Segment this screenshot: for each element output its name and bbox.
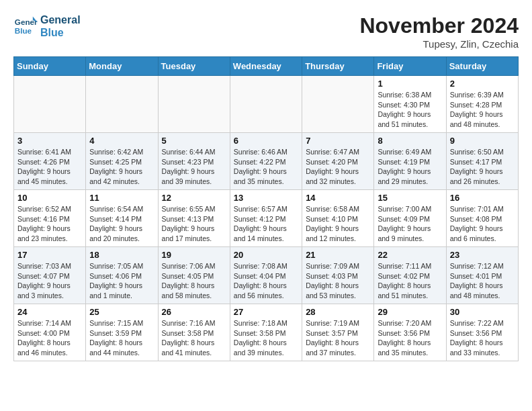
day-info: Sunrise: 6:54 AM Sunset: 4:14 PM Dayligh… [89,204,154,244]
day-number: 2 [450,79,515,89]
day-number: 12 [162,193,226,203]
calendar-cell: 3Sunrise: 6:41 AM Sunset: 4:26 PM Daylig… [14,133,86,190]
day-number: 7 [306,136,370,146]
day-info: Sunrise: 7:08 AM Sunset: 4:04 PM Dayligh… [234,261,298,301]
calendar-cell: 23Sunrise: 7:12 AM Sunset: 4:01 PM Dayli… [446,247,518,304]
day-info: Sunrise: 7:09 AM Sunset: 4:03 PM Dayligh… [306,261,370,301]
day-info: Sunrise: 6:57 AM Sunset: 4:12 PM Dayligh… [234,204,298,244]
header-wednesday: Wednesday [230,57,302,76]
day-info: Sunrise: 6:46 AM Sunset: 4:22 PM Dayligh… [234,147,298,187]
day-number: 1 [378,79,442,89]
day-info: Sunrise: 6:38 AM Sunset: 4:30 PM Dayligh… [378,90,442,130]
day-info: Sunrise: 6:50 AM Sunset: 4:17 PM Dayligh… [450,147,515,187]
day-number: 18 [89,250,154,260]
day-info: Sunrise: 7:20 AM Sunset: 3:56 PM Dayligh… [378,318,442,358]
day-info: Sunrise: 6:39 AM Sunset: 4:28 PM Dayligh… [450,90,515,130]
header-saturday: Saturday [446,57,518,76]
calendar-cell: 15Sunrise: 7:00 AM Sunset: 4:09 PM Dayli… [374,190,446,247]
header-friday: Friday [374,57,446,76]
day-number: 19 [162,250,226,260]
header-sunday: Sunday [14,57,86,76]
calendar-cell: 19Sunrise: 7:06 AM Sunset: 4:05 PM Dayli… [158,247,230,304]
day-number: 4 [89,136,154,146]
day-info: Sunrise: 7:01 AM Sunset: 4:08 PM Dayligh… [450,204,515,244]
day-number: 25 [89,307,154,317]
calendar-cell [14,76,86,133]
day-number: 20 [234,250,298,260]
day-info: Sunrise: 7:19 AM Sunset: 3:57 PM Dayligh… [306,318,370,358]
calendar-week-row: 3Sunrise: 6:41 AM Sunset: 4:26 PM Daylig… [14,133,519,190]
day-info: Sunrise: 7:18 AM Sunset: 3:58 PM Dayligh… [234,318,298,358]
calendar: SundayMondayTuesdayWednesdayThursdayFrid… [13,56,519,361]
logo-icon: General Blue [13,14,38,38]
day-number: 15 [378,193,442,203]
location: Tupesy, Zlin, Czechia [359,38,519,50]
day-number: 28 [306,307,370,317]
day-info: Sunrise: 6:41 AM Sunset: 4:26 PM Dayligh… [17,147,82,187]
day-number: 14 [306,193,370,203]
day-info: Sunrise: 6:42 AM Sunset: 4:25 PM Dayligh… [89,147,154,187]
day-number: 22 [378,250,442,260]
day-info: Sunrise: 6:44 AM Sunset: 4:23 PM Dayligh… [162,147,226,187]
day-number: 27 [234,307,298,317]
day-number: 13 [234,193,298,203]
header: General Blue General Blue November 2024 … [13,13,519,50]
calendar-header-row: SundayMondayTuesdayWednesdayThursdayFrid… [14,57,519,76]
day-info: Sunrise: 7:03 AM Sunset: 4:07 PM Dayligh… [17,261,82,301]
day-info: Sunrise: 7:05 AM Sunset: 4:06 PM Dayligh… [89,261,154,301]
day-info: Sunrise: 6:58 AM Sunset: 4:10 PM Dayligh… [306,204,370,244]
day-number: 23 [450,250,515,260]
day-info: Sunrise: 7:22 AM Sunset: 3:56 PM Dayligh… [450,318,515,358]
day-info: Sunrise: 7:06 AM Sunset: 4:05 PM Dayligh… [162,261,226,301]
day-number: 17 [17,250,82,260]
day-number: 3 [17,136,82,146]
calendar-cell: 9Sunrise: 6:50 AM Sunset: 4:17 PM Daylig… [446,133,518,190]
day-number: 11 [89,193,154,203]
calendar-cell [230,76,302,133]
calendar-cell: 25Sunrise: 7:15 AM Sunset: 3:59 PM Dayli… [86,304,158,361]
calendar-week-row: 1Sunrise: 6:38 AM Sunset: 4:30 PM Daylig… [14,76,519,133]
day-number: 8 [378,136,442,146]
day-number: 16 [450,193,515,203]
calendar-cell: 7Sunrise: 6:47 AM Sunset: 4:20 PM Daylig… [302,133,374,190]
day-number: 9 [450,136,515,146]
header-tuesday: Tuesday [158,57,230,76]
calendar-week-row: 17Sunrise: 7:03 AM Sunset: 4:07 PM Dayli… [14,247,519,304]
calendar-cell: 2Sunrise: 6:39 AM Sunset: 4:28 PM Daylig… [446,76,518,133]
calendar-cell: 17Sunrise: 7:03 AM Sunset: 4:07 PM Dayli… [14,247,86,304]
calendar-cell [302,76,374,133]
day-number: 26 [162,307,226,317]
day-number: 29 [378,307,442,317]
day-number: 5 [162,136,226,146]
calendar-cell: 22Sunrise: 7:11 AM Sunset: 4:02 PM Dayli… [374,247,446,304]
day-number: 10 [17,193,82,203]
calendar-cell: 10Sunrise: 6:52 AM Sunset: 4:16 PM Dayli… [14,190,86,247]
day-number: 24 [17,307,82,317]
calendar-cell: 24Sunrise: 7:14 AM Sunset: 4:00 PM Dayli… [14,304,86,361]
day-info: Sunrise: 7:15 AM Sunset: 3:59 PM Dayligh… [89,318,154,358]
logo-line1: General [40,13,81,26]
calendar-cell: 27Sunrise: 7:18 AM Sunset: 3:58 PM Dayli… [230,304,302,361]
calendar-cell: 14Sunrise: 6:58 AM Sunset: 4:10 PM Dayli… [302,190,374,247]
day-info: Sunrise: 7:16 AM Sunset: 3:58 PM Dayligh… [162,318,226,358]
calendar-cell: 5Sunrise: 6:44 AM Sunset: 4:23 PM Daylig… [158,133,230,190]
logo-line2: Blue [40,26,81,39]
day-info: Sunrise: 7:14 AM Sunset: 4:00 PM Dayligh… [17,318,82,358]
calendar-cell: 16Sunrise: 7:01 AM Sunset: 4:08 PM Dayli… [446,190,518,247]
calendar-cell: 12Sunrise: 6:55 AM Sunset: 4:13 PM Dayli… [158,190,230,247]
svg-text:Blue: Blue [15,26,32,35]
header-monday: Monday [86,57,158,76]
day-info: Sunrise: 7:00 AM Sunset: 4:09 PM Dayligh… [378,204,442,244]
calendar-cell [86,76,158,133]
calendar-cell: 8Sunrise: 6:49 AM Sunset: 4:19 PM Daylig… [374,133,446,190]
calendar-cell: 18Sunrise: 7:05 AM Sunset: 4:06 PM Dayli… [86,247,158,304]
day-info: Sunrise: 6:52 AM Sunset: 4:16 PM Dayligh… [17,204,82,244]
day-info: Sunrise: 7:12 AM Sunset: 4:01 PM Dayligh… [450,261,515,301]
title-area: November 2024 Tupesy, Zlin, Czechia [359,13,519,50]
logo: General Blue General Blue [13,13,81,39]
calendar-cell: 29Sunrise: 7:20 AM Sunset: 3:56 PM Dayli… [374,304,446,361]
calendar-cell [158,76,230,133]
header-thursday: Thursday [302,57,374,76]
day-number: 30 [450,307,515,317]
calendar-week-row: 10Sunrise: 6:52 AM Sunset: 4:16 PM Dayli… [14,190,519,247]
